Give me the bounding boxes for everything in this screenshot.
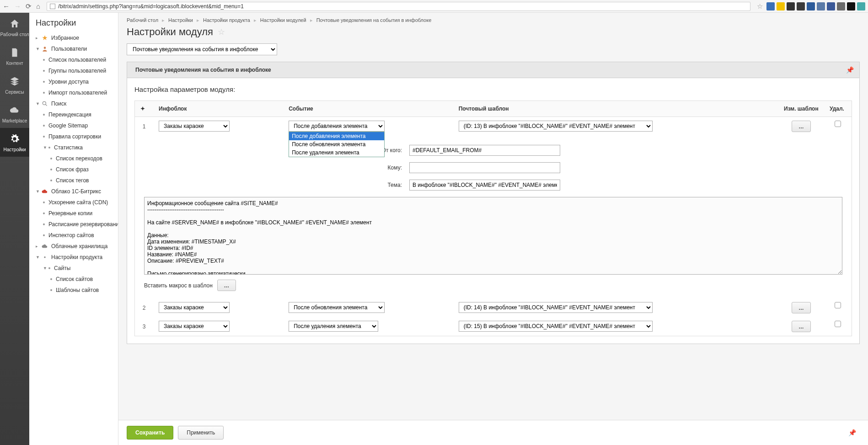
cloud-icon — [8, 104, 21, 117]
sidebar-item[interactable]: ▼Настройки продукта — [29, 252, 118, 263]
extensions: ☆ — [757, 2, 865, 11]
ext-icon[interactable] — [777, 2, 785, 11]
sidebar-item[interactable]: Шаблоны сайтов — [29, 285, 118, 296]
rail-desktop[interactable]: Рабочий стол — [0, 13, 29, 42]
expand-icon[interactable]: ▼ — [36, 101, 40, 106]
expand-icon[interactable]: ▸ — [36, 244, 40, 249]
template-select[interactable]: (ID: 14) В инфоблоке "#IBLOCK_NAME#" #EV… — [459, 302, 653, 313]
template-select[interactable]: (ID: 13) В инфоблоке "#IBLOCK_NAME#" #EV… — [459, 121, 653, 132]
ext-icon[interactable] — [847, 2, 855, 11]
home-icon[interactable]: ⌂ — [36, 2, 40, 11]
ext-icon[interactable] — [827, 2, 835, 11]
layers-icon — [8, 75, 21, 88]
macro-button[interactable]: ... — [217, 280, 236, 291]
pin-icon[interactable]: 📌 — [848, 429, 860, 436]
expand-icon[interactable]: ▸ — [36, 36, 40, 40]
breadcrumb-item[interactable]: Настройки — [168, 17, 193, 23]
bookmark-star-icon[interactable]: ☆ — [757, 2, 763, 11]
iblock-select[interactable]: Заказы караоке — [159, 302, 230, 313]
rail-marketplace[interactable]: Marketplace — [0, 99, 29, 128]
rail-label: Настройки — [3, 147, 26, 152]
sidebar-item[interactable]: ▼Облако 1С-Битрикс — [29, 186, 118, 197]
ext-icon[interactable] — [857, 2, 865, 11]
breadcrumb-item[interactable]: Рабочий стол — [127, 17, 158, 23]
ext-icon[interactable] — [807, 2, 815, 11]
sidebar-item[interactable]: Список переходов — [29, 153, 118, 164]
sidebar-item[interactable]: Правила сортировки — [29, 131, 118, 142]
sidebar-item[interactable]: Список сайтов — [29, 274, 118, 285]
edit-template-button[interactable]: ... — [792, 121, 810, 132]
expand-icon[interactable]: ▼ — [36, 255, 40, 260]
dropdown-option[interactable]: После добавления элемента — [289, 132, 384, 140]
iblock-select[interactable]: Заказы караоке — [159, 121, 230, 132]
sidebar-item[interactable]: Ускорение сайта (CDN) — [29, 197, 118, 208]
ext-icon[interactable] — [837, 2, 845, 11]
edit-template-button[interactable]: ... — [792, 321, 810, 332]
breadcrumb-item[interactable]: Настройки модулей — [260, 17, 306, 23]
expand-icon[interactable]: ▼ — [43, 266, 48, 270]
sidebar-item[interactable]: Уровни доступа — [29, 76, 118, 87]
iblock-select[interactable]: Заказы караоке — [159, 321, 230, 332]
edit-template-button[interactable]: ... — [792, 302, 810, 313]
sidebar-item[interactable]: ▼Сайты — [29, 263, 118, 274]
sidebar-item-label: Правила сортировки — [48, 133, 101, 140]
event-select[interactable]: После удаления элемента — [289, 321, 378, 332]
sidebar-item[interactable]: ▼Статистика — [29, 142, 118, 153]
delete-checkbox[interactable] — [835, 302, 841, 308]
subject-label: Тема: — [144, 182, 409, 188]
ext-icon[interactable] — [766, 2, 775, 11]
back-icon[interactable]: ← — [3, 2, 10, 11]
tab-main[interactable]: Почтовые уведомления на события в инфобл… — [127, 62, 279, 78]
event-select[interactable]: После обновления элемента — [289, 302, 385, 313]
page-title: Настройки модуля — [127, 26, 213, 38]
rail-content[interactable]: Контент — [0, 42, 29, 70]
from-input[interactable] — [409, 145, 560, 156]
expand-icon[interactable]: ▼ — [36, 189, 40, 194]
sidebar-item[interactable]: Список пользователей — [29, 54, 118, 65]
browser-toolbar: ← → ⟳ ⌂ /bitrix/admin/settings.php?lang=… — [0, 0, 868, 13]
url-input[interactable]: /bitrix/admin/settings.php?lang=ru&mid=l… — [47, 2, 750, 11]
dropdown-option[interactable]: После удаления элемента — [289, 148, 384, 157]
sidebar-item[interactable]: ▼Поиск — [29, 98, 118, 109]
breadcrumb-item[interactable]: Настройки продукта — [203, 17, 250, 23]
body-textarea[interactable] — [144, 197, 842, 275]
svg-point-1 — [43, 101, 46, 105]
delete-checkbox[interactable] — [835, 121, 841, 127]
sidebar-item[interactable]: Инспектор сайтов — [29, 230, 118, 241]
sidebar-item[interactable]: ▼Пользователи — [29, 43, 118, 54]
rail-services[interactable]: Сервисы — [0, 70, 29, 99]
to-input[interactable] — [409, 162, 560, 173]
expand-icon[interactable]: ▼ — [36, 47, 40, 51]
sidebar-item[interactable]: Список фраз — [29, 164, 118, 175]
sidebar-item[interactable]: Список тегов — [29, 175, 118, 186]
ext-icon[interactable] — [797, 2, 805, 11]
subject-input[interactable] — [409, 180, 560, 191]
sidebar-item[interactable]: Резервные копии — [29, 208, 118, 219]
sidebar-item[interactable]: Google Sitemap — [29, 120, 118, 131]
pin-icon[interactable]: 📌 — [841, 66, 859, 74]
favorite-star-icon[interactable]: ☆ — [218, 27, 225, 37]
sidebar-item[interactable]: ▸Облачные хранилища — [29, 241, 118, 252]
ext-icon[interactable] — [787, 2, 795, 11]
sidebar-item[interactable]: Группы пользователей — [29, 65, 118, 76]
sidebar-item-label: Облачные хранилища — [51, 243, 108, 249]
sidebar-item[interactable]: Расписание резервирования — [29, 219, 118, 230]
reload-icon[interactable]: ⟳ — [26, 2, 32, 11]
module-select[interactable]: Почтовые уведомления на события в инфобл… — [127, 43, 277, 55]
breadcrumb-item[interactable]: Почтовые уведомления на события в инфобл… — [316, 17, 432, 23]
template-select[interactable]: (ID: 15) В инфоблоке "#IBLOCK_NAME#" #EV… — [459, 321, 653, 332]
dropdown-option[interactable]: После обновления элемента — [289, 140, 384, 148]
forward-icon[interactable]: → — [14, 2, 21, 11]
delete-checkbox[interactable] — [835, 321, 841, 327]
sidebar-item-label: Список тегов — [56, 177, 89, 184]
expand-icon[interactable]: ▼ — [43, 145, 48, 150]
ext-icon[interactable] — [817, 2, 825, 11]
event-select[interactable]: После добавления элемента — [289, 121, 385, 132]
save-button[interactable]: Сохранить — [127, 426, 173, 440]
sidebar-item[interactable]: Переиндексация — [29, 109, 118, 120]
sidebar-item-label: Ускорение сайта (CDN) — [48, 199, 108, 206]
sidebar-item[interactable]: Импорт пользователей — [29, 87, 118, 98]
apply-button[interactable]: Применить — [178, 426, 224, 440]
rail-settings[interactable]: Настройки — [0, 128, 29, 157]
sidebar-item[interactable]: ▸Избранное — [29, 32, 118, 43]
